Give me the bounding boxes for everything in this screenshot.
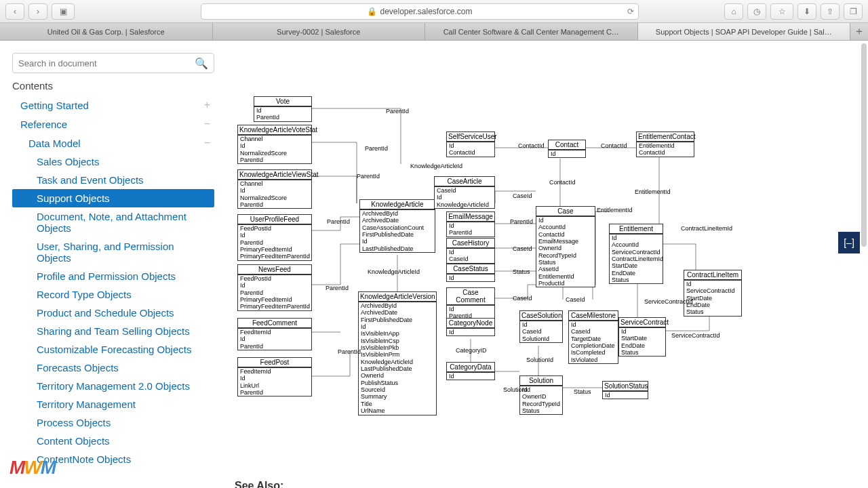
nav-item-5[interactable]: Support Objects: [12, 189, 214, 207]
nav-item-12[interactable]: Customizable Forecasting Objects: [12, 340, 214, 359]
entity-CategoryNode: CategoryNodeId: [446, 318, 495, 336]
nav-item-14[interactable]: Territory Management 2.0 Objects: [12, 377, 214, 395]
nav-item-15[interactable]: Territory Management: [12, 395, 214, 413]
entity-ContractLineItem: ContractLineItemIdServiceContractIdStart…: [684, 270, 742, 317]
rel-label: KnowledgeArticleId: [368, 268, 420, 275]
url-bar[interactable]: 🔒 developer.salesforce.com ⟳: [201, 3, 639, 20]
entity-KnowledgeArticleVersion: KnowledgeArticleVersionArchivedByIdArchi…: [358, 291, 437, 415]
entity-CaseSolution: CaseSolutionIdCaseIdSolutionId: [519, 310, 563, 343]
nav-item-11[interactable]: Sharing and Team Selling Objects: [12, 322, 214, 340]
entity-Entitlement: EntitlementIdAccountIdServiceContractIdC…: [609, 224, 663, 284]
downloads-button[interactable]: ⬇: [797, 3, 816, 20]
er-diagram: VoteIdParentIdKnowledgeArticleVoteStatCh…: [221, 41, 859, 474]
nav-item-3[interactable]: Sales Objects: [12, 152, 214, 171]
bookmark-button[interactable]: ☆: [770, 3, 793, 20]
collapse-button[interactable]: [–]: [838, 232, 860, 253]
tab-1[interactable]: Survey-0002 | Salesforce: [213, 23, 426, 40]
nav-item-6[interactable]: Document, Note, and Attachment Objects: [12, 207, 214, 237]
new-tab-button[interactable]: ＋: [850, 23, 868, 40]
entity-KnowledgeArticleViewStat: KnowledgeArticleViewStatChannelIdNormali…: [237, 169, 312, 209]
search-icon: 🔍: [195, 57, 208, 70]
rel-label: ParentId: [357, 173, 380, 180]
contents-heading: Contents: [12, 80, 214, 92]
nav-item-0[interactable]: Getting Started+: [12, 96, 214, 115]
rel-label: ServiceContractId: [644, 298, 693, 305]
nav-item-2[interactable]: Data Model−: [12, 134, 214, 152]
rel-label: Status: [574, 388, 591, 395]
rel-label: CaseId: [566, 296, 585, 303]
tab-2[interactable]: Call Center Software & Call Center Manag…: [425, 23, 638, 40]
history-button[interactable]: ◷: [747, 3, 766, 20]
rel-label: ServiceContractId: [671, 332, 720, 339]
url-host: developer.salesforce.com: [380, 7, 472, 16]
entity-Case: CaseIdAccountIdContactIdEmailMessageOwne…: [536, 206, 595, 287]
browser-toolbar: ‹ › ▣ 🔒 developer.salesforce.com ⟳ ⌂ ◷ ☆…: [0, 0, 868, 23]
rel-label: ParentId: [338, 348, 361, 355]
forward-button[interactable]: ›: [28, 3, 47, 20]
entity-KnowledgeArticleVoteStat: KnowledgeArticleVoteStatChannelIdNormali…: [237, 125, 312, 164]
home-button[interactable]: ⌂: [724, 3, 743, 20]
back-button[interactable]: ‹: [5, 3, 24, 20]
rel-label: ParentId: [510, 218, 533, 225]
entity-CaseMilestone: CaseMilestoneIdCaseIdTargetDateCompletio…: [568, 310, 618, 364]
entity-UserProfileFeed: UserProfileFeedFeedPostIdIdParentIdPrima…: [237, 214, 312, 261]
rel-label: Status: [513, 268, 530, 275]
rel-label: ParentId: [327, 218, 350, 225]
entity-EmailMessage: EmailMessageIdParentId: [446, 211, 495, 237]
nav-item-4[interactable]: Task and Event Objects: [12, 171, 214, 189]
rel-label: EntitlementId: [597, 207, 633, 214]
rel-label: EntitlementId: [635, 188, 671, 195]
rel-label: ParentId: [365, 145, 388, 152]
nav-item-13[interactable]: Forecasts Objects: [12, 359, 214, 377]
entity-SolutionStatus: SolutionStatusId: [602, 381, 648, 399]
nav-item-16[interactable]: Process Objects: [12, 413, 214, 432]
nav-item-7[interactable]: User, Sharing, and Permission Objects: [12, 237, 214, 267]
rel-label: CategoryID: [456, 347, 487, 354]
rel-label: ContactId: [601, 142, 627, 149]
content-pane: VoteIdParentIdKnowledgeArticleVoteStatCh…: [221, 41, 868, 488]
rel-label: ContactId: [549, 179, 576, 186]
tabs-button[interactable]: ❐: [844, 3, 863, 20]
rel-label: SolutionId: [503, 386, 530, 393]
reload-icon[interactable]: ⟳: [627, 7, 634, 16]
rel-label: CaseId: [513, 295, 532, 302]
lock-icon: 🔒: [367, 7, 377, 16]
entity-NewsFeed: NewsFeedFeedPostIdIdParentIdPrimaryFeedI…: [237, 264, 312, 311]
entity-Vote: VoteIdParentId: [254, 96, 312, 122]
nav-list: Getting Started+Reference−Data Model−Sal…: [12, 96, 214, 468]
nav-item-1[interactable]: Reference−: [12, 115, 214, 134]
entity-KnowledgeArticle: KnowledgeArticleArchivedByIdArchivedDate…: [359, 199, 435, 253]
rel-label: ParentId: [326, 285, 349, 291]
entity-CategoryData: CategoryDataId: [446, 362, 495, 380]
entity-CaseHistory: CaseHistoryIdCaseId: [446, 238, 495, 264]
scrollbar[interactable]: [861, 43, 867, 247]
entity-ServiceContract: ServiceContractIdStartDateEndDateStatus: [618, 317, 666, 357]
share-button[interactable]: ⇧: [821, 3, 840, 20]
rel-label: CaseId: [513, 245, 532, 252]
tab-bar: United Oil & Gas Corp. | Salesforce Surv…: [0, 23, 868, 41]
tab-3[interactable]: Support Objects | SOAP API Developer Gui…: [638, 23, 851, 40]
rel-label: ContractLineItemId: [681, 225, 732, 232]
entity-Solution: SolutionIdOwnerIDRecordTypeIdStatus: [519, 375, 563, 415]
nav-item-8[interactable]: Profile and Permission Objects: [12, 267, 214, 285]
rel-label: ParentId: [386, 108, 409, 115]
entity-Case Comment: Case CommentIdParentId: [446, 287, 495, 321]
entity-CaseArticle: CaseArticleCaseIdIdKnowledgeArticleId: [434, 176, 495, 209]
entity-Contact: ContactId: [548, 140, 586, 158]
rel-label: CaseId: [513, 192, 532, 199]
sidebar-toggle-button[interactable]: ▣: [52, 3, 75, 20]
nav-item-10[interactable]: Product and Schedule Objects: [12, 304, 214, 322]
entity-CaseStatus: CaseStatusId: [446, 264, 495, 282]
entity-FeedPost: FeedPostFeedItemIdIdLinkUrlParentId: [237, 357, 312, 396]
rel-label: ContactId: [518, 142, 545, 149]
tab-0[interactable]: United Oil & Gas Corp. | Salesforce: [0, 23, 213, 40]
search-input[interactable]: [18, 58, 195, 68]
entity-SelfServiceUser: SelfServiceUserIdContactId: [446, 131, 495, 157]
entity-FeedComment: FeedCommentFeedItemIdIdParentId: [237, 318, 312, 350]
watermark-logo: MWM: [9, 457, 55, 479]
nav-item-17[interactable]: Content Objects: [12, 432, 214, 450]
rel-label: SolutionId: [526, 357, 553, 363]
entity-EntitlementContact: EntitlementContactEntitlementIdContactId: [636, 131, 694, 157]
nav-item-9[interactable]: Record Type Objects: [12, 285, 214, 304]
search-box[interactable]: 🔍: [12, 53, 214, 73]
